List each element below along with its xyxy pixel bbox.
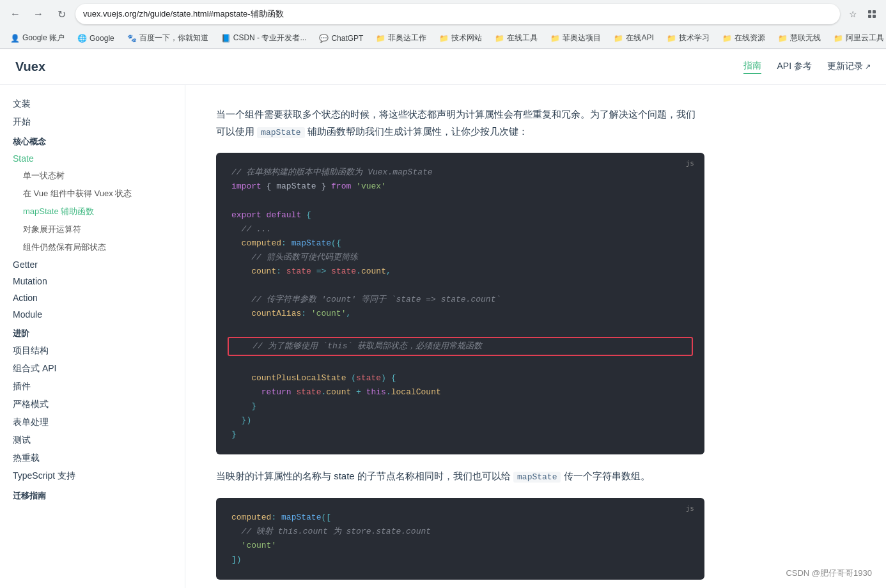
csdn-watermark: CSDN @肥仔哥哥1930 xyxy=(782,566,876,580)
svg-rect-0 xyxy=(868,10,871,13)
main-content: 当一个组件需要获取多个状态的时候，将这些状态都声明为计算属性会有些重复和冗余。为… xyxy=(185,85,735,588)
nav-api[interactable]: API 参考 xyxy=(777,61,811,74)
sidebar-item-start[interactable]: 开始 xyxy=(0,113,185,131)
baidu-icon: 🐾 xyxy=(127,34,137,43)
sidebar-item-mutation[interactable]: Mutation xyxy=(0,273,185,290)
bookmark-project[interactable]: 📁 菲奥达项目 xyxy=(545,31,606,45)
sidebar-item-form[interactable]: 表单处理 xyxy=(0,414,185,431)
sidebar-section-core: 核心概念 xyxy=(0,131,185,150)
folder-icon-4: 📁 xyxy=(550,34,560,43)
sidebar-item-strict[interactable]: 严格模式 xyxy=(0,396,185,414)
bookmark-tools[interactable]: 📁 在线工具 xyxy=(490,31,543,45)
sidebar-item-local-state[interactable]: 组件仍然保有局部状态 xyxy=(0,238,185,256)
bookmark-learning[interactable]: 📁 技术学习 xyxy=(662,31,715,45)
bookmark-baidu[interactable]: 🐾 百度一下，你就知道 xyxy=(122,31,214,45)
folder-icon-2: 📁 xyxy=(439,34,449,43)
sidebar-item-typescript[interactable]: TypeScript 支持 xyxy=(0,467,185,485)
site-header: Vuex 指南 API 参考 更新记录 xyxy=(0,49,886,85)
browser-toolbar: ← → ↻ ☆ xyxy=(0,0,886,28)
sidebar-item-state[interactable]: State xyxy=(0,150,185,167)
google-icon: 🌐 xyxy=(77,34,87,43)
back-button[interactable]: ← xyxy=(6,5,24,23)
bookmark-aliyun[interactable]: 📁 阿里云工具 xyxy=(828,31,886,45)
folder-icon-8: 📁 xyxy=(778,34,788,43)
intro-paragraph: 当一个组件需要获取多个状态的时候，将这些状态都声明为计算属性会有些重复和冗余。为… xyxy=(216,105,704,140)
sidebar-item-mapstate[interactable]: mapState 辅助函数 xyxy=(0,203,185,220)
code-block-2: js computed: mapState([ // 映射 this.count… xyxy=(216,498,704,580)
svg-rect-2 xyxy=(868,15,871,18)
sidebar-item-intro[interactable]: 文装 xyxy=(0,95,185,113)
refresh-button[interactable]: ↻ xyxy=(52,5,70,23)
csdn-icon: 📘 xyxy=(221,34,231,43)
extensions-icon[interactable] xyxy=(864,6,880,22)
sidebar: 文装 开始 核心概念 State 单一状态树 在 Vue 组件中获得 Vuex … xyxy=(0,85,185,588)
code-block-2-label: js xyxy=(686,504,694,513)
second-paragraph: 当映射的计算属性的名称与 state 的子节点名称相同时，我们也可以给 mapS… xyxy=(216,467,704,484)
sidebar-item-vue-component[interactable]: 在 Vue 组件中获得 Vuex 状态 xyxy=(0,185,185,203)
sidebar-section-migration: 迁移指南 xyxy=(0,485,185,504)
bookmark-resources[interactable]: 📁 在线资源 xyxy=(717,31,770,45)
svg-rect-1 xyxy=(873,10,876,13)
sidebar-item-single-tree[interactable]: 单一状态树 xyxy=(0,167,185,185)
forward-button[interactable]: → xyxy=(29,5,47,23)
mapstate-inline-code-2: mapState xyxy=(513,472,561,483)
page-layout: 文装 开始 核心概念 State 单一状态树 在 Vue 组件中获得 Vuex … xyxy=(0,85,886,588)
folder-icon-9: 📁 xyxy=(834,34,843,43)
star-icon[interactable]: ☆ xyxy=(845,6,860,22)
bookmark-work[interactable]: 📁 菲奥达工作 xyxy=(371,31,431,45)
folder-icon-3: 📁 xyxy=(495,34,504,43)
folder-icon-7: 📁 xyxy=(722,34,732,43)
svg-rect-3 xyxy=(873,15,876,18)
bookmark-google[interactable]: 🌐 Google xyxy=(72,32,120,45)
code-block-1-label: js xyxy=(686,159,694,167)
code-block-1: js // 在单独构建的版本中辅助函数为 Vuex.mapState impor… xyxy=(216,153,704,454)
bookmark-wireless[interactable]: 📁 慧联无线 xyxy=(773,31,826,45)
bookmark-csdn[interactable]: 📘 CSDN - 专业开发者... xyxy=(216,31,312,45)
bookmark-api[interactable]: 📁 在线API xyxy=(609,31,658,45)
sidebar-item-action[interactable]: Action xyxy=(0,290,185,306)
bookmark-google-account[interactable]: 👤 Google 账户 xyxy=(5,31,70,45)
sidebar-item-spread[interactable]: 对象展开运算符 xyxy=(0,220,185,238)
site-nav: 指南 API 参考 更新记录 xyxy=(743,60,871,74)
code-block-2-content: computed: mapState([ // 映射 this.count 为 … xyxy=(231,511,689,567)
folder-icon-6: 📁 xyxy=(667,34,676,43)
bookmarks-bar: 👤 Google 账户 🌐 Google 🐾 百度一下，你就知道 📘 CSDN … xyxy=(0,28,886,49)
browser-actions: ☆ xyxy=(845,6,880,22)
sidebar-item-hmr[interactable]: 热重载 xyxy=(0,449,185,467)
code-block-1-content: // 在单独构建的版本中辅助函数为 Vuex.mapState import {… xyxy=(231,166,689,442)
bookmark-tech[interactable]: 📁 技术网站 xyxy=(434,31,487,45)
sidebar-item-project-structure[interactable]: 项目结构 xyxy=(0,342,185,360)
sidebar-section-advanced: 进阶 xyxy=(0,323,185,342)
browser-chrome: ← → ↻ ☆ 👤 Google 账户 🌐 Google 🐾 百度一下，你就知道… xyxy=(0,0,886,49)
address-bar[interactable] xyxy=(75,4,840,24)
bookmark-chatgpt[interactable]: 💬 ChatGPT xyxy=(314,32,368,45)
sidebar-item-composition-api[interactable]: 组合式 API xyxy=(0,360,185,378)
sidebar-item-getter[interactable]: Getter xyxy=(0,256,185,273)
sidebar-item-plugin[interactable]: 插件 xyxy=(0,378,185,396)
folder-icon-5: 📁 xyxy=(614,34,623,43)
mapstate-inline-code-1: mapState xyxy=(257,127,304,138)
site-logo: Vuex xyxy=(15,59,45,74)
nav-changelog[interactable]: 更新记录 xyxy=(827,61,871,74)
nav-guide[interactable]: 指南 xyxy=(743,60,761,74)
sidebar-item-module[interactable]: Module xyxy=(0,306,185,323)
sidebar-item-test[interactable]: 测试 xyxy=(0,431,185,449)
chatgpt-icon: 💬 xyxy=(319,34,329,43)
google-account-icon: 👤 xyxy=(10,34,20,43)
folder-icon-1: 📁 xyxy=(376,34,385,43)
